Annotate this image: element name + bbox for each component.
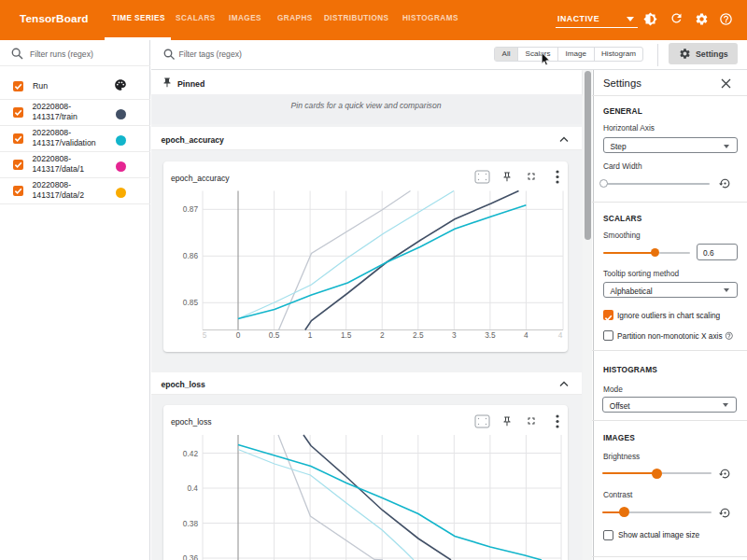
svg-text:5: 5	[203, 330, 207, 340]
svg-text:0.38: 0.38	[183, 519, 199, 528]
svg-text:0: 0	[236, 330, 241, 340]
svg-text:0.4: 0.4	[187, 483, 198, 493]
svg-text:0.87: 0.87	[183, 204, 199, 214]
svg-text:4: 4	[558, 330, 563, 340]
svg-text:0.5: 0.5	[269, 330, 280, 340]
svg-text:3: 3	[452, 330, 457, 340]
svg-text:2: 2	[380, 330, 385, 340]
svg-text:0.85: 0.85	[183, 298, 199, 307]
svg-text:1.5: 1.5	[341, 330, 352, 340]
svg-text:0.42: 0.42	[183, 449, 199, 458]
svg-text:0.36: 0.36	[183, 553, 199, 560]
svg-text:0.86: 0.86	[183, 251, 199, 260]
svg-text:1: 1	[308, 330, 313, 340]
svg-text:4: 4	[524, 330, 529, 340]
svg-text:3.5: 3.5	[485, 330, 496, 340]
svg-text:2.5: 2.5	[413, 330, 424, 340]
